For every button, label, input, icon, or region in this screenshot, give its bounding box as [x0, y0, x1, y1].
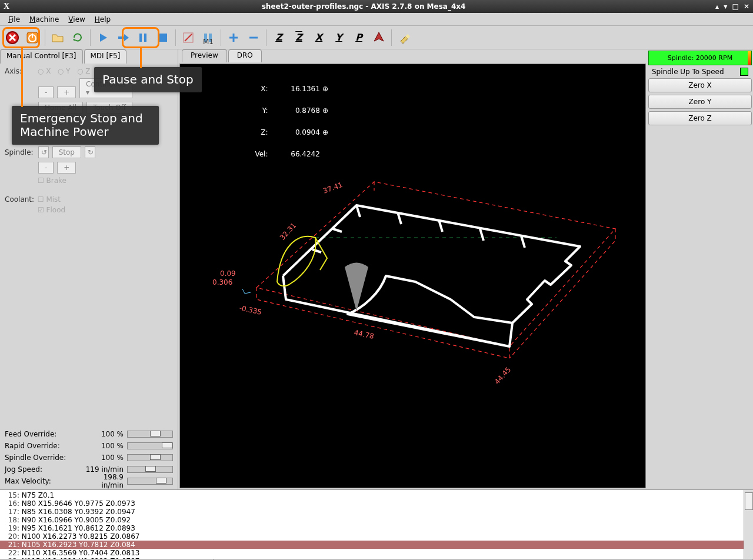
gcode-line[interactable]: 18: N90 X16.0966 Y0.9005 Z0.092: [0, 516, 753, 524]
rapid-override-slider[interactable]: [127, 442, 173, 449]
max-velocity-slider[interactable]: [127, 478, 173, 485]
minimize-icon[interactable]: ▴: [715, 2, 719, 11]
window-titlebar: X sheet2-outer-profiles.ngc - AXIS 2.7.8…: [0, 0, 753, 13]
close-icon[interactable]: ✕: [744, 2, 749, 11]
power-button[interactable]: [24, 29, 41, 46]
mist-checkbox[interactable]: ☐: [38, 195, 46, 204]
spindle-minus-button[interactable]: -: [38, 162, 54, 174]
gcode-scrollbar[interactable]: [744, 490, 753, 559]
spindle-label: Spindle:: [5, 148, 35, 156]
max-velocity-label: Max Velocity:: [5, 477, 80, 485]
brake-checkbox[interactable]: ☐: [38, 176, 46, 185]
spindle-cw-button[interactable]: ↻: [85, 146, 95, 158]
gcode-listing[interactable]: 15: N75 Z0.1 16: N80 X15.9646 Y0.9775 Z0…: [0, 489, 753, 559]
svg-text:44.45: 44.45: [493, 365, 512, 386]
zoom-in-button[interactable]: [225, 29, 242, 46]
svg-text:M1: M1: [203, 38, 214, 45]
zero-y-button[interactable]: Zero Y: [648, 95, 752, 109]
svg-rect-6: [159, 34, 167, 42]
toolpath-render: 37.41 32.31 0.09 0.306 -0.335 44.78 44.4…: [180, 64, 645, 470]
callout-pause-stop: Pause and Stop: [94, 67, 202, 92]
estop-button[interactable]: [4, 29, 21, 46]
svg-line-8: [185, 34, 192, 41]
minimize-icon[interactable]: ▾: [724, 2, 727, 11]
right-panel: Spindle: 20000 RPM Spindle Up To Speed Z…: [647, 49, 753, 489]
gcode-line[interactable]: 19: N95 X16.1621 Y0.8612 Z0.0893: [0, 524, 753, 532]
spindle-ccw-button[interactable]: ↺: [38, 146, 49, 158]
spindle-speed-label: Spindle Up To Speed: [652, 68, 724, 76]
zero-x-button[interactable]: Zero X: [648, 78, 752, 92]
svg-line-19: [245, 292, 251, 294]
axis-label: Axis:: [5, 67, 35, 75]
tab-manual-control[interactable]: Manual Control [F3]: [0, 49, 83, 64]
zoom-out-button[interactable]: [245, 29, 262, 46]
svg-text:0.306: 0.306: [212, 278, 232, 286]
flood-checkbox[interactable]: ☑: [38, 206, 46, 214]
feed-override-slider[interactable]: [127, 431, 173, 438]
jog-speed-label: Jog Speed:: [5, 465, 80, 474]
gcode-line[interactable]: 15: N75 Z0.1: [0, 491, 753, 499]
axis-x-radio[interactable]: X: [46, 67, 51, 75]
zero-z-button[interactable]: Zero Z: [648, 111, 752, 125]
svg-text:-0.335: -0.335: [238, 304, 262, 316]
svg-text:44.78: 44.78: [353, 328, 375, 341]
view-p-button[interactable]: P: [350, 29, 368, 46]
rapid-override-label: Rapid Override:: [5, 442, 80, 450]
spindle-override-slider[interactable]: [127, 454, 173, 461]
feed-override-label: Feed Override:: [5, 430, 80, 438]
view-z-button[interactable]: Z: [270, 29, 288, 46]
tab-mdi[interactable]: MDI [F5]: [84, 49, 127, 64]
optional-stop-button[interactable]: M1: [199, 29, 217, 46]
callout-estop: Emergency Stop and Machine Power: [12, 106, 159, 145]
svg-line-20: [242, 289, 245, 294]
window-title: sheet2-outer-profiles.ngc - AXIS 2.7.8 o…: [14, 2, 713, 11]
run-button[interactable]: [94, 29, 112, 46]
spindle-plus-button[interactable]: +: [57, 162, 76, 174]
step-button[interactable]: [114, 29, 132, 46]
view-x-button[interactable]: X: [310, 29, 328, 46]
open-file-button[interactable]: [49, 29, 66, 46]
jog-speed-slider[interactable]: [127, 466, 173, 473]
svg-rect-4: [139, 34, 142, 42]
app-icon: X: [4, 2, 9, 11]
jog-plus-button[interactable]: +: [57, 86, 76, 98]
gcode-line[interactable]: 17: N85 X16.0308 Y0.9392 Z0.0947: [0, 508, 753, 516]
svg-text:37.41: 37.41: [322, 181, 344, 195]
preview-viewport[interactable]: X: 16.1361⊕ Y: 0.8768⊕ Z: 0.0904⊕ Vel: 6…: [179, 64, 646, 488]
gcode-line[interactable]: 16: N80 X15.9646 Y0.9775 Z0.0973: [0, 499, 753, 508]
view-y-button[interactable]: Y: [330, 29, 348, 46]
menu-help[interactable]: Help: [90, 14, 115, 25]
stop-button[interactable]: [154, 29, 172, 46]
reload-button[interactable]: [69, 29, 86, 46]
maximize-icon[interactable]: □: [732, 2, 738, 11]
spindle-stop-button[interactable]: Stop: [52, 146, 81, 158]
view-z2-button[interactable]: Z: [290, 29, 308, 46]
clear-plot-button[interactable]: [395, 29, 413, 46]
gcode-line[interactable]: 23: N115 X16.4211 Y0.6992 Z0.0787: [0, 557, 753, 559]
spindle-rpm-indicator: Spindle: 20000 RPM: [648, 51, 752, 65]
pause-button[interactable]: [134, 29, 152, 46]
svg-text:0.09: 0.09: [220, 269, 236, 278]
gcode-line[interactable]: 21: N105 X16.2923 Y0.7812 Z0.084: [0, 541, 753, 549]
menu-file[interactable]: File: [4, 14, 25, 25]
gcode-line[interactable]: 20: N100 X16.2273 Y0.8215 Z0.0867: [0, 532, 753, 541]
svg-text:32.31: 32.31: [278, 221, 298, 242]
svg-rect-5: [144, 34, 146, 42]
spindle-override-label: Spindle Override:: [5, 454, 80, 462]
toggle-rotate-button[interactable]: [370, 29, 388, 46]
menubar: File Machine View Help: [0, 13, 753, 26]
override-sliders: Feed Override:100 % Rapid Override:100 %…: [0, 427, 178, 489]
spindle-speed-led: [740, 68, 748, 76]
axis-y-radio[interactable]: Y: [66, 67, 70, 75]
toolbar: M1 Z Z X Y P: [0, 26, 753, 49]
menu-view[interactable]: View: [64, 14, 89, 25]
skip-lines-button[interactable]: [179, 29, 197, 46]
menu-machine[interactable]: Machine: [25, 14, 64, 25]
preview-panel: Preview DRO X: 16.1361⊕ Y: 0.8768⊕ Z: 0.…: [178, 49, 647, 489]
jog-minus-button[interactable]: -: [38, 86, 54, 98]
gcode-line[interactable]: 22: N110 X16.3569 Y0.7404 Z0.0813: [0, 549, 753, 557]
tab-preview[interactable]: Preview: [182, 49, 227, 62]
coolant-label: Coolant:: [5, 195, 35, 204]
axis-z-radio[interactable]: Z: [85, 67, 90, 75]
tab-dro[interactable]: DRO: [228, 49, 262, 62]
